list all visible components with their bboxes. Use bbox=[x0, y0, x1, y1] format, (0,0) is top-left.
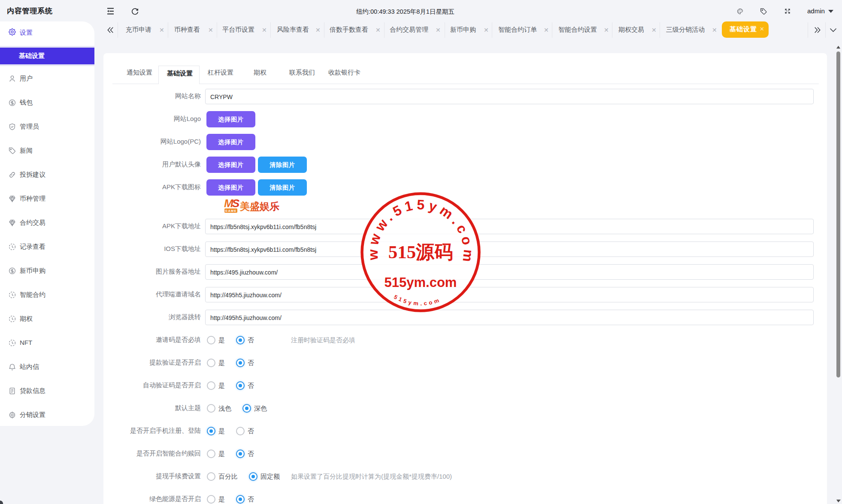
svg-text:515源码: 515源码 bbox=[388, 242, 453, 262]
svg-text:MS: MS bbox=[224, 198, 240, 210]
svg-text:美盛娱乐: 美盛娱乐 bbox=[239, 201, 279, 212]
svg-text:515ym.com: 515ym.com bbox=[385, 275, 457, 290]
svg-text:GAME: GAME bbox=[225, 209, 236, 213]
